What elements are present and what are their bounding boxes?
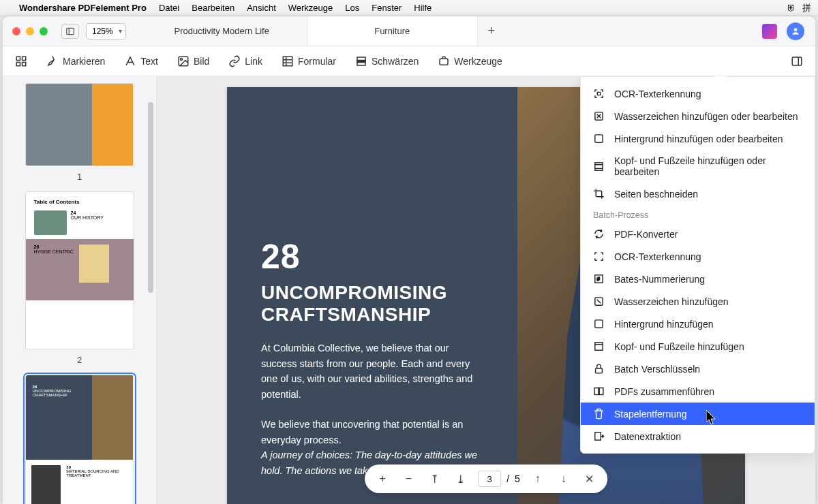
dd-batch-encrypt[interactable]: Batch Verschlüsseln (581, 358, 815, 380)
tools-dropdown: OCR-Texterkennung Wasserzeichen hinzufüg… (580, 76, 815, 454)
menu-bearbeiten[interactable]: Bearbeiten (192, 3, 234, 13)
dd-batch-ocr[interactable]: OCR-Texterkennung (581, 245, 815, 268)
next-page-button[interactable]: ↓ (556, 471, 572, 487)
svg-rect-6 (22, 62, 26, 65)
svg-point-8 (180, 58, 182, 60)
page-heading: UNCOMPROMISINGCRAFTSMANSHIP (261, 282, 483, 326)
highlight-button[interactable]: Markieren (46, 55, 105, 67)
svg-rect-27 (595, 343, 603, 350)
dd-batch-converter[interactable]: PDF-Konverter (581, 223, 815, 245)
form-label: Formular (298, 56, 336, 67)
dd-batch-header-footer[interactable]: Kopf- und Fußzeile hinzufügen (581, 335, 815, 358)
text-button[interactable]: Text (124, 55, 158, 67)
grid-view-button[interactable] (15, 55, 27, 67)
thumbnail-page-1[interactable] (25, 83, 134, 166)
app-logo-icon[interactable] (762, 24, 777, 39)
svg-rect-32 (595, 432, 601, 440)
thumbnail-scrollbar[interactable] (148, 82, 155, 499)
page-indicator: / 5 (478, 471, 520, 487)
close-button[interactable] (12, 27, 20, 35)
dd-ocr[interactable]: OCR-Texterkennung (581, 82, 815, 105)
link-label: Link (245, 56, 262, 67)
dd-section-batch: Batch-Prozess (581, 205, 815, 223)
svg-rect-16 (792, 57, 802, 65)
form-button[interactable]: Formular (282, 55, 336, 67)
highlight-label: Markieren (63, 56, 105, 67)
svg-rect-29 (596, 368, 603, 373)
body: 1 Table of Contents 24OUR HISTORY 26HYGG… (3, 76, 815, 504)
dd-header-footer[interactable]: Kopf- und Fußzeile hinzufügen oder bearb… (581, 150, 815, 183)
panel-toggle-button[interactable] (791, 55, 803, 67)
svg-rect-3 (16, 57, 20, 60)
zoom-out-button[interactable]: − (400, 471, 416, 487)
page-number-2: 2 (3, 355, 156, 365)
page-number-1: 1 (3, 172, 156, 182)
user-account-button[interactable] (787, 22, 804, 40)
menu-werkzeuge[interactable]: Werkzeuge (288, 3, 333, 13)
link-button[interactable]: Link (228, 55, 262, 67)
menu-fenster[interactable]: Fenster (372, 3, 402, 13)
current-page-input[interactable] (478, 471, 501, 487)
new-tab-button[interactable]: + (478, 16, 505, 46)
minimize-button[interactable] (26, 27, 34, 35)
dd-watermark[interactable]: Wasserzeichen hinzufügen oder bearbeiten (581, 105, 815, 127)
toc-title: Table of Contents (34, 199, 125, 205)
titlebar: 125% Productivity Modern Life Furniture … (3, 16, 815, 46)
input-method-icon[interactable]: 拼 (802, 2, 811, 14)
svg-rect-0 (67, 28, 74, 34)
menu-los[interactable]: Los (345, 3, 359, 13)
svg-rect-9 (283, 57, 292, 66)
thumbnail-panel: 1 Table of Contents 24OUR HISTORY 26HYGG… (3, 76, 157, 504)
redact-button[interactable]: Schwärzen (355, 55, 419, 67)
dd-batch-background[interactable]: Hintergrund hinzufügen (581, 313, 815, 335)
page-paragraph-1: At Columbia Collective, we believe that … (261, 341, 483, 402)
dd-batch-merge[interactable]: PDFs zusammenführen (581, 380, 815, 403)
first-page-button[interactable]: ⤒ (426, 471, 442, 487)
dd-batch-extract[interactable]: Datenextraktion (581, 425, 815, 447)
total-pages: 5 (515, 473, 520, 484)
dd-background[interactable]: Hintergrund hinzufügen oder bearbeiten (581, 127, 815, 150)
tab-furniture[interactable]: Furniture (307, 16, 478, 46)
svg-point-2 (794, 28, 798, 31)
svg-text:#: # (597, 277, 600, 282)
page-left-column: 28 UNCOMPROMISINGCRAFTSMANSHIP At Columb… (227, 87, 517, 504)
zoom-select[interactable]: 125% (86, 23, 126, 40)
thumbnail-page-2[interactable]: Table of Contents 24OUR HISTORY 26HYGGE … (25, 191, 134, 349)
document-tabs: Productivity Modern Life Furniture + (137, 16, 751, 46)
page-big-number: 28 (261, 237, 483, 277)
prev-page-button[interactable]: ↑ (530, 471, 546, 487)
tab-productivity[interactable]: Productivity Modern Life (137, 16, 307, 46)
text-label: Text (140, 56, 158, 67)
sidebar-toggle-button[interactable] (61, 24, 79, 39)
menu-datei[interactable]: Datei (159, 3, 179, 13)
app-window: 125% Productivity Modern Life Furniture … (3, 16, 815, 504)
svg-rect-14 (357, 60, 365, 62)
document-canvas[interactable]: 28 UNCOMPROMISINGCRAFTSMANSHIP At Columb… (157, 76, 815, 504)
traffic-lights (3, 27, 57, 35)
svg-rect-19 (595, 135, 603, 142)
app-name[interactable]: Wondershare PDFelement Pro (19, 3, 147, 13)
menu-ansicht[interactable]: Ansicht (247, 3, 276, 13)
shield-icon[interactable]: ⛨ (787, 3, 796, 13)
last-page-button[interactable]: ⤓ (452, 471, 468, 487)
fullscreen-button[interactable] (40, 27, 48, 35)
dd-batch-bates[interactable]: #Bates-Nummerierung (581, 268, 815, 290)
image-button[interactable]: Bild (177, 55, 209, 67)
dd-batch-watermark[interactable]: Wasserzeichen hinzufügen (581, 290, 815, 313)
redact-label: Schwärzen (372, 56, 419, 67)
thumbnail-page-3[interactable]: 28UNCOMPROMISING CRAFTSMANSHIP 30MATERIA… (25, 375, 134, 504)
svg-rect-20 (595, 162, 603, 170)
menu-hilfe[interactable]: Hilfe (414, 3, 431, 13)
image-label: Bild (194, 56, 209, 67)
zoom-in-button[interactable]: + (374, 471, 391, 487)
zoom-value: 125% (92, 27, 113, 36)
svg-rect-5 (16, 62, 20, 65)
toolbar: Markieren Text Bild Link Formular Schwär… (3, 46, 815, 76)
macos-menubar: Wondershare PDFelement Pro Datei Bearbei… (0, 0, 818, 16)
close-pager-button[interactable]: ✕ (581, 471, 598, 487)
svg-rect-26 (595, 320, 603, 328)
svg-rect-15 (440, 59, 448, 65)
dd-crop[interactable]: Seiten beschneiden (581, 183, 815, 205)
dd-batch-remove[interactable]: Stapelentfernung (581, 403, 815, 425)
tools-button[interactable]: Werkzeuge (438, 55, 502, 67)
